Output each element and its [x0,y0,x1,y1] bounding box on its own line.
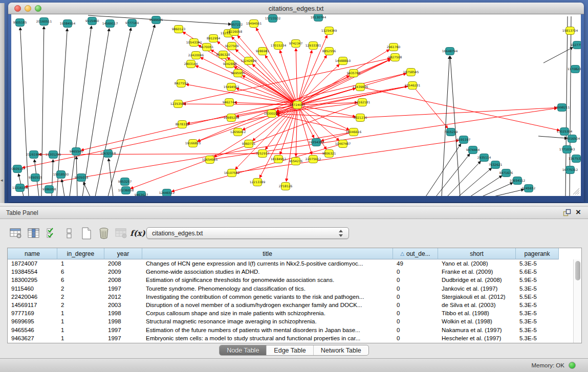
graph-node[interactable]: 16775312 [562,166,578,174]
table-settings-button[interactable] [8,225,24,242]
table-row[interactable]: 1872400712008Changes of HCN gene express… [8,259,573,268]
graph-node[interactable]: 16648794 [442,48,458,55]
graph-node[interactable]: 11708232 [568,65,581,73]
graph-node[interactable]: 15018530 [53,171,69,179]
graph-node[interactable]: 8427552 [175,80,188,87]
tab-edge-table[interactable]: Edge Table [267,345,313,355]
graph-node[interactable]: 15998211 [554,104,570,112]
graph-node[interactable]: 11254349 [321,27,337,35]
table-row[interactable]: 969969511998Structural magnetic resonanc… [8,317,573,325]
graph-node[interactable]: 9186058 [42,186,56,193]
table-scrollbar-thumb[interactable] [575,261,580,280]
graph-edge[interactable] [494,189,524,196]
column-header-title[interactable]: title [142,248,393,259]
new-column-button[interactable] [79,225,94,242]
graph-node[interactable]: 8678334 [176,121,189,128]
graph-node[interactable]: 7957222 [229,21,243,29]
float-panel-icon[interactable] [563,209,571,219]
graph-edge[interactable] [260,109,295,178]
graph-node[interactable]: 9463627 [135,191,148,196]
graph-node[interactable]: 12213389 [250,179,266,186]
graph-edge[interactable] [235,50,294,102]
graph-edge[interactable] [70,26,92,196]
graph-node[interactable]: 8912954 [207,35,221,42]
graph-node[interactable]: 9806321 [322,150,336,158]
graph-node[interactable]: 10236058 [118,187,134,194]
graph-edge[interactable] [243,76,293,103]
graph-node[interactable]: 11242694 [241,57,257,65]
graph-node[interactable]: 9350515 [29,174,42,182]
close-panel-icon[interactable]: × [576,207,581,217]
tab-network-table[interactable]: Network Table [314,345,368,355]
table-row[interactable]: 977716911998Corpus callosum shape and si… [8,309,573,317]
graph-node[interactable]: 11316156 [12,184,28,192]
table-row[interactable]: 1830029562008Estimation of significance … [8,276,573,284]
graph-node[interactable]: 12162181 [355,99,371,106]
graph-edge[interactable] [108,25,155,196]
graph-node[interactable]: 7632621 [489,161,503,169]
graph-node[interactable]: 12933381 [306,42,321,50]
graph-node[interactable]: 14569117 [102,20,118,28]
column-visibility-button[interactable] [26,225,41,242]
column-header-year[interactable]: year [104,248,142,259]
collapse-left-arrow-icon[interactable]: ◂ [1,178,3,183]
graph-node[interactable]: 2803144 [184,60,198,68]
graph-edge[interactable] [470,176,502,196]
column-header-short[interactable]: short [438,248,516,259]
table-scrollbar[interactable] [573,259,581,343]
column-header-in_degree[interactable]: in_degree [57,248,104,259]
graph-node[interactable]: 9245652 [522,185,536,192]
graph-edge[interactable] [286,110,296,181]
graph-node[interactable]: 17016504 [564,135,580,143]
graph-edge[interactable] [299,110,312,155]
graph-node[interactable]: 8852556 [322,48,336,55]
table-row[interactable]: 2242004622012Investigating the contribut… [8,293,573,301]
graph-edge[interactable] [301,59,390,103]
window-titlebar[interactable]: citations_edges.txt [8,3,584,14]
graph-node[interactable]: 2718126 [279,183,293,190]
graph-node[interactable]: 9474444 [466,146,480,154]
graph-node[interactable]: 9191197 [457,136,471,144]
graph-node[interactable]: 12353594 [170,100,186,108]
graph-node[interactable]: 15494561 [246,20,262,28]
panel-divider[interactable] [0,203,588,207]
graph-node[interactable]: 21546231 [405,82,421,90]
table-row[interactable]: 911546021997Tourette syndrome. Phenomeno… [8,285,573,293]
graph-edge[interactable] [450,56,460,196]
graph-edge[interactable] [302,74,406,104]
graph-edge[interactable] [426,144,461,196]
graph-edge[interactable] [256,28,295,101]
graph-node[interactable]: 18758545 [403,69,419,76]
graph-node[interactable]: 9699695 [149,16,163,24]
graph-edge[interactable] [83,182,90,196]
graph-node[interactable]: 8471676 [499,169,513,177]
delete-column-button[interactable] [96,225,112,242]
graph-edge[interactable] [538,136,567,138]
graph-edge[interactable] [482,183,513,196]
graph-node[interactable]: 18184952 [271,156,287,163]
graph-node[interactable]: 19354388 [309,139,324,146]
table-row[interactable]: 1938455462009Genome-wide association stu… [8,268,573,276]
column-header-name[interactable]: name [8,248,57,259]
graph-node[interactable]: 8321216 [354,114,367,122]
graph-edge[interactable] [447,161,481,196]
graph-node[interactable]: 9860123 [172,26,186,33]
graph-node[interactable]: 10467487 [335,140,351,148]
resize-grip-icon[interactable] [573,188,579,194]
graph-node[interactable]: 9115460 [85,17,99,25]
column-header-pagerank[interactable]: pagerank [516,248,559,259]
graph-node[interactable]: 9127509 [225,42,239,50]
graph-node[interactable]: 11301295 [46,151,61,159]
graph-node[interactable]: 2935114 [477,154,491,162]
graph-edge[interactable] [299,109,314,138]
graph-edge[interactable] [436,154,470,196]
graph-edge[interactable] [39,154,324,155]
graph-edge[interactable] [62,180,64,196]
graph-edge[interactable] [227,58,293,102]
graph-node[interactable]: 15723102 [265,15,281,23]
table-row[interactable]: 946554611997Estimation of the future num… [8,326,573,334]
graph-node[interactable]: 19166825 [185,140,201,147]
graph-node[interactable]: 9505185 [13,19,27,27]
function-builder-button[interactable]: f(x) [130,225,145,242]
graph-edge[interactable] [296,110,297,156]
